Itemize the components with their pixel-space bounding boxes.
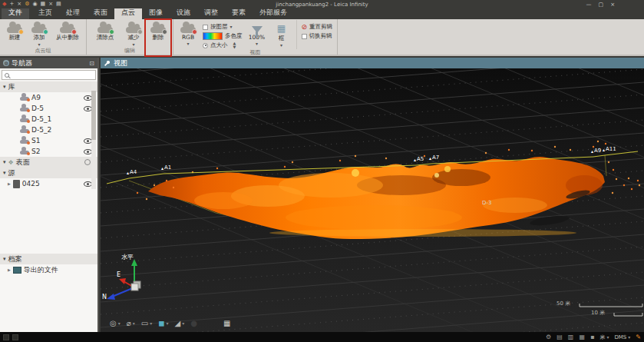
search-input[interactable]: [12, 71, 93, 78]
unit-selector-米[interactable]: 米▾: [599, 334, 609, 341]
ribbon-group-view: RGB ▾ 按图层 ▾ 多色度 点大小 ▲▼: [173, 19, 338, 55]
viewport-3d-scene[interactable]: [101, 68, 644, 332]
frame-icon[interactable]: ▦: [41, 1, 46, 8]
ribbon-button-box[interactable]: ▦ 框 ▾: [269, 20, 294, 49]
tree-item-S2[interactable]: S2: [0, 146, 97, 157]
tab-处理[interactable]: 处理: [59, 7, 87, 19]
render-mode-icon[interactable]: ◎▾: [110, 319, 121, 327]
surface-icon: ❖: [8, 159, 14, 166]
cut-icon[interactable]: ×: [17, 1, 21, 8]
quick-access-toolbar: ◆+×⚙◉▦×▤: [0, 1, 61, 8]
toggle-clip-label: 切换剪辑: [309, 32, 332, 40]
expand-icon[interactable]: ▾: [3, 256, 6, 262]
tab-点云[interactable]: 点云: [114, 7, 142, 19]
item-label: D-5: [31, 105, 44, 112]
by-layer-label: 按图层: [210, 23, 228, 31]
tree-item-D-5_2[interactable]: D-5_2: [0, 125, 97, 135]
item-label: D-5_1: [31, 115, 51, 123]
stepper-icon[interactable]: ▲▼: [233, 42, 236, 49]
tab-外部服务[interactable]: 外部服务: [253, 7, 294, 19]
ribbon-button-从中删除[interactable]: 从中删除: [51, 20, 84, 48]
item-label: S2: [31, 148, 40, 155]
expand-icon[interactable]: ▾: [3, 159, 6, 165]
multi-hue-control[interactable]: 多色度: [203, 32, 243, 40]
window2-icon[interactable]: ▦: [579, 334, 585, 340]
collapsed-arrow-icon[interactable]: ▶: [8, 181, 11, 186]
toggle-clip-control[interactable]: 切换剪辑: [302, 32, 333, 40]
tab-表面[interactable]: 表面: [87, 7, 114, 19]
tab-文件[interactable]: 文件: [2, 7, 29, 19]
view-title: 视图: [114, 58, 127, 68]
ribbon-button-清除点[interactable]: 清除点: [89, 20, 121, 48]
tree-section-库[interactable]: ▾库: [0, 81, 97, 92]
unit-label: DMS: [614, 334, 626, 340]
checkbox-icon: [302, 34, 307, 39]
window-icon[interactable]: ▭▾: [141, 319, 152, 327]
settings-icon[interactable]: ⚙: [546, 334, 551, 340]
gear-icon[interactable]: ⚙: [25, 1, 29, 8]
close-x-icon[interactable]: ×: [48, 1, 53, 8]
ribbon-group-编辑: 清除点减少▾删除编辑: [87, 19, 173, 55]
tab-要素[interactable]: 要素: [225, 7, 253, 19]
ribbon-button-新建[interactable]: 新建: [2, 20, 27, 48]
maximize-button[interactable]: ▢: [599, 2, 604, 8]
tree-section-表面[interactable]: ▾❖表面▾: [0, 157, 97, 168]
tree-section-源[interactable]: ▾源: [0, 168, 97, 178]
grid-toggle-icon[interactable]: ▦: [223, 319, 230, 327]
tree-item-S1[interactable]: S1: [0, 135, 97, 146]
tab-主页[interactable]: 主页: [31, 7, 59, 19]
ribbon-button-zoom-100[interactable]: 100% ▾: [245, 20, 269, 49]
chevron-down-icon: ▾: [133, 320, 135, 326]
status-left-icon-2[interactable]: [12, 334, 18, 340]
radio-icon: [203, 43, 208, 48]
badge-dot: [109, 29, 114, 35]
journal-icon[interactable]: ▤: [56, 1, 61, 8]
button-label: RGB: [182, 34, 194, 41]
button-label: 从中删除: [56, 34, 79, 42]
light-cone-icon[interactable]: ◢▾: [175, 319, 185, 327]
minimize-button[interactable]: —: [586, 2, 592, 8]
sync-circle-icon[interactable]: [84, 159, 91, 165]
edit-pencil-icon[interactable]: ✎: [636, 334, 641, 340]
ribbon-button-添加[interactable]: 添加▾: [27, 20, 51, 48]
button-label: 清除点: [97, 34, 114, 42]
plug-icon[interactable]: +: [9, 1, 14, 8]
measure-icon[interactable]: ⌀▾: [127, 319, 135, 327]
tab-图像[interactable]: 图像: [142, 7, 170, 19]
unit-selector-DMS[interactable]: DMS▾: [614, 334, 630, 340]
collapsed-arrow-icon[interactable]: ▶: [8, 267, 11, 272]
tree-item-D-5_1[interactable]: D-5_1: [0, 114, 97, 125]
chevron-down-icon: ▾: [628, 334, 630, 340]
viewport-canvas[interactable]: 水平 E N ▴A4▴A1▴A5▴A7▴A9▴A11D-350 米10 米 ◎▾…: [101, 68, 644, 332]
expand-icon[interactable]: ▾: [3, 84, 6, 90]
tree-item-0425[interactable]: ▶0425: [0, 178, 97, 189]
close-button[interactable]: ×: [610, 2, 615, 8]
pin-icon[interactable]: ▪: [590, 334, 594, 340]
ribbon-button-减少[interactable]: 减少▾: [121, 20, 146, 48]
eye-icon[interactable]: ◉: [32, 1, 37, 8]
tree-scrollbar[interactable]: [91, 81, 96, 189]
status-left-icon-1[interactable]: [3, 334, 9, 340]
navigator-header: ◍ 导航器 ⊡: [0, 58, 97, 68]
reset-clip-button[interactable]: ⊘ 重置剪辑: [302, 23, 333, 31]
clip-cube-icon[interactable]: ◼▾: [158, 319, 168, 327]
ribbon-button-rgb[interactable]: RGB ▾: [176, 20, 200, 49]
dock-icon[interactable]: ⊡: [89, 60, 94, 67]
report-icon[interactable]: ▤: [556, 334, 563, 340]
pointcloud-icon: [180, 24, 196, 33]
pointcloud-icon: [150, 24, 166, 33]
tab-调整[interactable]: 调整: [197, 7, 225, 19]
tree-section-档案[interactable]: ▾档案: [0, 254, 97, 264]
point-size-control[interactable]: 点大小 ▲▼: [203, 42, 243, 49]
ribbon: 新建添加▾从中删除点云组清除点减少▾删除编辑 RGB ▾ 按图层 ▾ 多色度: [0, 19, 644, 56]
colorize-by-layer-control[interactable]: 按图层 ▾: [203, 23, 243, 31]
ribbon-button-删除[interactable]: 删除: [146, 20, 170, 48]
tab-设施[interactable]: 设施: [170, 7, 197, 19]
tree-item-导出的文件[interactable]: ▶导出的文件: [0, 264, 97, 275]
expand-icon[interactable]: ▾: [3, 170, 6, 176]
sphere-icon[interactable]: ●: [190, 319, 197, 327]
tree-item-A9[interactable]: A9: [0, 92, 97, 103]
tree-item-D-5[interactable]: D-5: [0, 103, 97, 114]
app-logo-icon[interactable]: ◆: [2, 1, 6, 8]
layers-icon[interactable]: ▥: [568, 334, 574, 340]
